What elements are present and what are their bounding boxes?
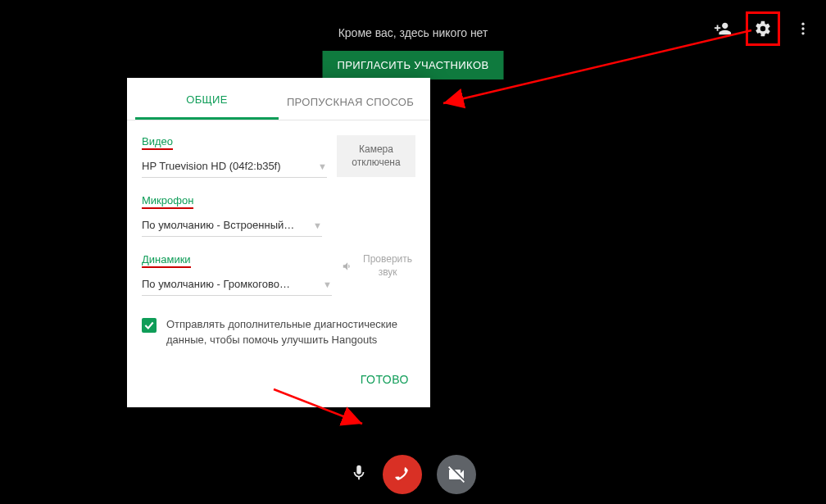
checkbox-checked-icon xyxy=(142,318,157,333)
speakers-device-select[interactable]: По умолчанию - Громкогово… ▼ xyxy=(142,273,332,296)
camera-toggle-button[interactable] xyxy=(437,455,476,494)
tab-general[interactable]: ОБЩИЕ xyxy=(135,80,279,120)
microphone-icon xyxy=(350,464,368,482)
dialog-actions: ГОТОВО xyxy=(127,356,430,407)
top-right-toolbar xyxy=(711,11,815,46)
settings-body: Видео HP Truevision HD (04f2:b35f) ▼ Кам… xyxy=(127,120,430,356)
microphone-device-value: По умолчанию - Встроенный… xyxy=(142,219,308,231)
more-menu-icon[interactable] xyxy=(792,17,815,40)
video-section-label: Видео xyxy=(142,135,173,150)
test-sound-button[interactable]: Проверить звук xyxy=(342,253,415,279)
done-button[interactable]: ГОТОВО xyxy=(354,368,415,391)
microphone-toggle-button[interactable] xyxy=(350,464,368,485)
camera-off-icon xyxy=(447,465,466,484)
chevron-down-icon: ▼ xyxy=(323,279,332,289)
microphone-section-label: Микрофон xyxy=(142,194,193,209)
chevron-down-icon: ▼ xyxy=(318,161,327,171)
test-sound-label: Проверить звук xyxy=(360,253,415,279)
empty-state-text: Кроме вас, здесь никого нет xyxy=(0,26,826,39)
invite-participants-button[interactable]: ПРИГЛАСИТЬ УЧАСТНИКОВ xyxy=(323,51,504,79)
hangup-icon xyxy=(392,464,413,485)
diagnostics-checkbox-row[interactable]: Отправлять дополнительные диагностически… xyxy=(142,317,415,348)
settings-dialog: ОБЩИЕ ПРОПУСКНАЯ СПОСОБ Видео HP Truevis… xyxy=(127,78,430,407)
hangup-button[interactable] xyxy=(383,455,422,494)
diagnostics-checkbox-label: Отправлять дополнительные диагностически… xyxy=(166,317,415,348)
speakers-device-value: По умолчанию - Громкогово… xyxy=(142,278,318,290)
video-device-select[interactable]: HP Truevision HD (04f2:b35f) ▼ xyxy=(142,155,327,178)
microphone-device-select[interactable]: По умолчанию - Встроенный… ▼ xyxy=(142,214,322,237)
settings-tabs: ОБЩИЕ ПРОПУСКНАЯ СПОСОБ xyxy=(127,78,430,120)
svg-point-0 xyxy=(801,23,804,25)
camera-off-chip: Камера отключена xyxy=(337,135,415,177)
speakers-section-label: Динамики xyxy=(142,253,191,268)
tab-bandwidth[interactable]: ПРОПУСКНАЯ СПОСОБ xyxy=(279,83,422,120)
svg-point-2 xyxy=(801,32,804,34)
call-controls xyxy=(0,445,826,504)
volume-icon xyxy=(342,259,353,274)
video-device-value: HP Truevision HD (04f2:b35f) xyxy=(142,160,313,172)
chevron-down-icon: ▼ xyxy=(313,220,322,230)
svg-point-1 xyxy=(801,27,804,30)
settings-gear-icon[interactable] xyxy=(746,11,780,46)
add-person-icon[interactable] xyxy=(711,17,734,40)
